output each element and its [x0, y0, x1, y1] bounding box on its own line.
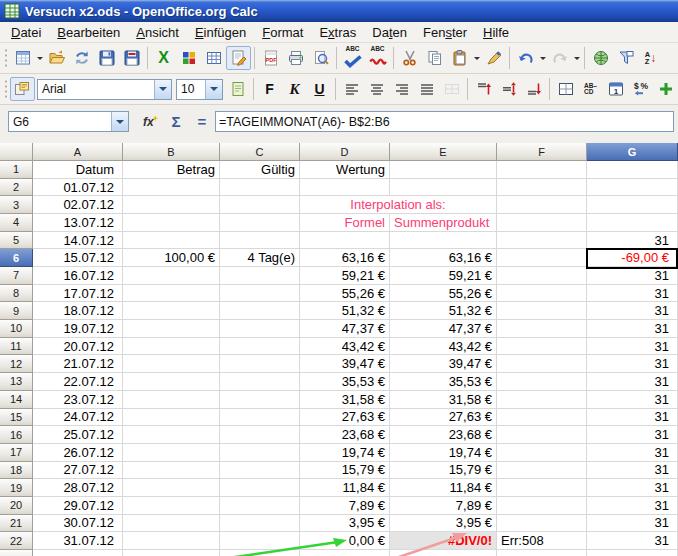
cell-G5[interactable]: 31 — [587, 232, 678, 250]
row-header-6[interactable]: 6 — [0, 249, 33, 267]
paste-dropdown[interactable] — [472, 46, 481, 70]
cell-A23[interactable] — [33, 550, 123, 556]
sum-button[interactable]: Σ — [163, 110, 189, 134]
row-header-3[interactable]: 3 — [0, 196, 33, 214]
cell-F5[interactable] — [497, 232, 587, 250]
row-header-15[interactable]: 15 — [0, 409, 33, 427]
autofilter-button[interactable] — [613, 46, 638, 70]
cell-C9[interactable] — [220, 302, 300, 320]
cell-F7[interactable] — [497, 267, 587, 285]
cell-C18[interactable] — [220, 462, 300, 480]
cell-D14[interactable]: 31,58 € — [300, 391, 390, 409]
cell-A3[interactable]: 02.07.12 — [33, 196, 123, 214]
row-header-21[interactable]: 21 — [0, 515, 33, 533]
cell-B20[interactable] — [123, 497, 220, 515]
menu-datei[interactable]: Datei — [3, 23, 49, 42]
align-center-button[interactable] — [364, 77, 389, 101]
cell-E5[interactable] — [390, 232, 497, 250]
font-name-dropdown[interactable] — [154, 80, 171, 99]
cell-C7[interactable] — [220, 267, 300, 285]
cell-C5[interactable] — [220, 232, 300, 250]
cell-A2[interactable]: 01.07.12 — [33, 179, 123, 197]
cell-C21[interactable] — [220, 515, 300, 533]
cell-F21[interactable] — [497, 515, 587, 533]
cell-G3[interactable] — [587, 196, 678, 214]
wrap-text-button[interactable]: AB–CD — [578, 77, 603, 101]
gallery-button[interactable] — [176, 46, 201, 70]
menu-extras[interactable]: Extras — [311, 23, 364, 42]
cell-G10[interactable]: 31 — [587, 320, 678, 338]
row-header-4[interactable]: 4 — [0, 214, 33, 232]
cell-G4[interactable] — [587, 214, 678, 232]
cell-D13[interactable]: 35,53 € — [300, 373, 390, 391]
excel-button[interactable]: X — [151, 46, 176, 70]
cell-B16[interactable] — [123, 426, 220, 444]
row-header-2[interactable]: 2 — [0, 179, 33, 197]
cell-A4[interactable]: 13.07.12 — [33, 214, 123, 232]
row-header-22[interactable]: 22 — [0, 532, 33, 550]
cell-F15[interactable] — [497, 409, 587, 427]
add-decimal-button[interactable] — [653, 77, 678, 101]
cell-C16[interactable] — [220, 426, 300, 444]
cell-G15[interactable]: 31 — [587, 409, 678, 427]
cell-B21[interactable] — [123, 515, 220, 533]
cell-C13[interactable] — [220, 373, 300, 391]
row-header-8[interactable]: 8 — [0, 285, 33, 303]
row-header-11[interactable]: 11 — [0, 338, 33, 356]
cell-A13[interactable]: 22.07.12 — [33, 373, 123, 391]
cell-E13[interactable]: 35,53 € — [390, 373, 497, 391]
italic-button[interactable]: K — [282, 77, 307, 101]
row-header-18[interactable]: 18 — [0, 462, 33, 480]
cell-E21[interactable]: 3,95 € — [390, 515, 497, 533]
cell-D18[interactable]: 15,79 € — [300, 462, 390, 480]
cell-C2[interactable] — [220, 179, 300, 197]
cell-B5[interactable] — [123, 232, 220, 250]
formula-input[interactable] — [215, 111, 674, 132]
cell-G12[interactable]: 31 — [587, 355, 678, 373]
cell-B3[interactable] — [123, 196, 220, 214]
cell-B22[interactable] — [123, 532, 220, 550]
cell-E15[interactable]: 27,63 € — [390, 409, 497, 427]
cell-D1[interactable]: Wertung — [300, 161, 390, 179]
cell-G17[interactable]: 31 — [587, 444, 678, 462]
cell-D22[interactable]: 0,00 € — [300, 532, 390, 550]
cell-B7[interactable] — [123, 267, 220, 285]
row-header-10[interactable]: 10 — [0, 320, 33, 338]
cell-B10[interactable] — [123, 320, 220, 338]
cell-C12[interactable] — [220, 355, 300, 373]
name-box-dropdown[interactable] — [111, 112, 128, 131]
page-preview-button[interactable] — [308, 46, 333, 70]
function-button[interactable]: = — [189, 110, 215, 134]
menu-ansicht[interactable]: Ansicht — [128, 23, 187, 42]
sort-ascending-button[interactable]: AZ↓ — [638, 46, 663, 70]
cell-G7[interactable]: 31 — [587, 267, 678, 285]
cell-F10[interactable] — [497, 320, 587, 338]
column-header-A[interactable]: A — [33, 143, 123, 161]
open-button[interactable] — [44, 46, 69, 70]
cell-G2[interactable] — [587, 179, 678, 197]
menu-fenster[interactable]: Fenster — [415, 23, 475, 42]
cell-E19[interactable]: 11,84 € — [390, 479, 497, 497]
align-left-button[interactable] — [339, 77, 364, 101]
column-header-C[interactable]: C — [220, 143, 300, 161]
cell-F17[interactable] — [497, 444, 587, 462]
row-header-5[interactable]: 5 — [0, 232, 33, 250]
reload-button[interactable] — [69, 46, 94, 70]
pdf-export-button[interactable]: PDF — [258, 46, 283, 70]
cell-D11[interactable]: 43,42 € — [300, 338, 390, 356]
cell-D2[interactable] — [300, 179, 390, 197]
cell-E11[interactable]: 43,42 € — [390, 338, 497, 356]
format-paintbrush-button[interactable] — [481, 46, 506, 70]
cell-G14[interactable]: 31 — [587, 391, 678, 409]
row-header-20[interactable]: 20 — [0, 497, 33, 515]
cell-F19[interactable] — [497, 479, 587, 497]
document-button[interactable] — [225, 77, 250, 101]
cell-D21[interactable]: 3,95 € — [300, 515, 390, 533]
cell-C22[interactable] — [220, 532, 300, 550]
cell-E16[interactable]: 23,68 € — [390, 426, 497, 444]
cell-G9[interactable]: 31 — [587, 302, 678, 320]
cell-A14[interactable]: 23.07.12 — [33, 391, 123, 409]
font-size-combo[interactable]: 10 — [176, 79, 223, 100]
align-bottom-button[interactable] — [521, 77, 546, 101]
save-button[interactable] — [94, 46, 119, 70]
